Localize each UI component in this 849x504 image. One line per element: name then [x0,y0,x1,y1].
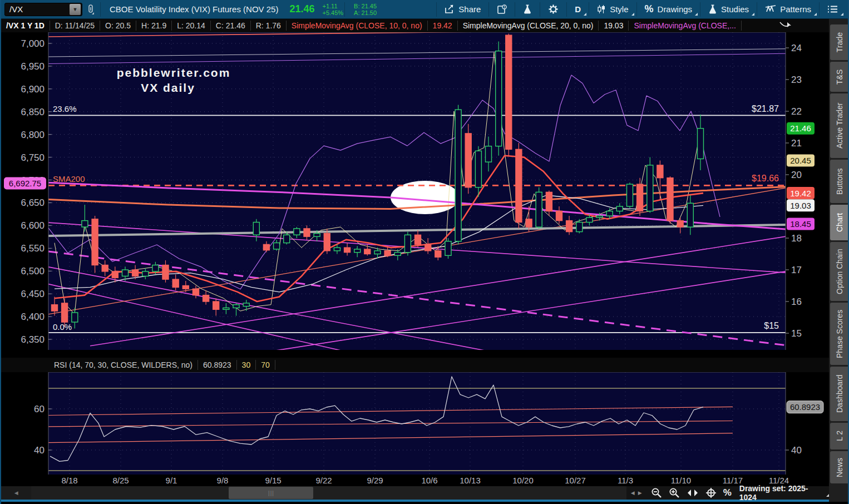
chart-column: /VX 1 Y 1DD: 11/14/25O: 20.5H: 21.9L: 20… [1,19,829,502]
symbol-text: /VX [5,4,70,14]
ohlc-field: SimpleMovingAvg (CLOSE, 10, 0, no) [287,21,428,31]
flask-icon [708,4,717,14]
zoom-in-icon[interactable] [669,487,680,498]
svg-text:17: 17 [791,265,802,275]
ohlc-field: D: 11/14/25 [50,21,100,31]
fit-width-icon[interactable] [687,488,699,497]
top-toolbar: /VX ▼ CBOE Volatility Index (VIX) Future… [1,0,848,19]
ohlc-field: L: 20.14 [172,21,211,31]
rsi-field: 70 [256,360,275,370]
rsi-field: RSI (14, 70, 30, CLOSE, WILDERS, no) [49,360,198,370]
sidebar-tab-l-2[interactable]: L 2 [830,423,849,449]
svg-text:0.0%: 0.0% [53,322,72,332]
date-tick-label: 10/6 [421,476,437,485]
candle [354,249,361,253]
sidebar-tab-active-trader[interactable]: Active Trader [830,93,849,158]
date-tick-label: 9/1 [166,476,177,485]
chart-menu-button[interactable] [821,1,845,18]
svg-text:40: 40 [34,445,45,456]
sidebar-tab-t-s[interactable]: T&S [830,62,849,92]
sidebar-tab-trade[interactable]: Trade [830,24,849,60]
chart-scrollbar-thumb[interactable]: ||| [229,487,313,499]
ask-value: A: 21.50 [354,9,377,16]
link-channel-button[interactable] [82,1,99,18]
candle [92,219,98,265]
candle [404,235,411,252]
sidebar-tab-option-chain[interactable]: Option Chain [830,242,849,301]
drawing-set-selector[interactable]: Drawing set: 2025-1024 [739,484,829,502]
svg-text:6,650: 6,650 [21,197,45,208]
candle [506,35,512,149]
svg-text:SMA200: SMA200 [53,174,85,184]
date-tick-label: 8/25 [112,476,129,485]
rsi-field: 60.8923 [198,360,237,370]
svg-text:23: 23 [791,75,802,85]
style-button[interactable]: Style [590,1,635,18]
scroll-step-arrows[interactable]: ◀▶ [626,490,646,496]
sidebar-tab-buttons[interactable]: Buttons [830,160,849,203]
svg-text:!: ! [504,5,505,9]
scroll-left-arrow[interactable]: ◀ [1,486,31,500]
candle-style-icon [597,4,606,14]
date-tick-label: 11/3 [618,476,633,485]
svg-text:21: 21 [791,138,802,149]
candle [112,271,118,278]
svg-text:18: 18 [791,233,802,244]
quick-study-button[interactable] [516,1,539,18]
svg-text:$21.87: $21.87 [752,104,779,113]
candle [526,219,532,227]
candle [294,229,300,235]
chart-describer-button[interactable]: ! [490,1,514,18]
crosshair-icon[interactable] [705,487,717,498]
candle [536,192,542,227]
scroll-step-right-icon[interactable]: ▶ [638,490,642,496]
patterns-button[interactable]: Patterns [758,1,818,18]
zoom-out-icon[interactable] [651,487,662,498]
share-button[interactable]: Share [438,1,487,18]
right-axis-price-bubble: 19.42 [787,187,815,199]
drawings-button[interactable]: % Drawings [638,1,699,18]
candle [698,129,704,159]
svg-text:22: 22 [791,106,802,117]
candle [627,184,633,206]
date-tick-label: 9/8 [217,476,229,485]
svg-text:6,450: 6,450 [21,289,45,299]
timeframe-button[interactable]: D [568,1,588,18]
rsi-chart-canvas[interactable]: 60404060.8923 [1,372,829,475]
candle [637,184,643,211]
date-tick-label: 8/18 [61,476,77,485]
svg-text:6,800: 6,800 [21,130,45,140]
percent-zoom-icon[interactable]: % [723,487,732,498]
studies-button[interactable]: Studies [702,1,756,18]
svg-text:6,750: 6,750 [21,152,45,163]
cursor-tool-icon[interactable] [779,20,793,31]
dropdown-caret-icon [841,13,843,16]
symbol-dropdown-icon[interactable]: ▼ [70,4,81,15]
svg-text:6,550: 6,550 [21,243,45,254]
percent-icon: % [645,3,654,15]
sidebar-tab-news[interactable]: News [830,451,849,483]
svg-text:6,350: 6,350 [21,334,45,345]
scroll-step-left-icon[interactable]: ◀ [631,490,635,496]
candle [616,206,623,211]
svg-text:20: 20 [791,170,802,180]
candle [374,251,381,254]
candle [213,302,219,309]
price-chart-canvas[interactable]: 7,0006,9506,9006,8506,8006,7506,7006,650… [1,32,829,350]
candle [425,244,431,250]
candle [667,178,673,221]
chart-settings-button[interactable] [541,1,565,18]
sidebar-tab-phase-scores[interactable]: Phase Scores [830,303,849,365]
candle [274,243,280,249]
candle [445,241,451,256]
ohlc-field: 19.03 [599,21,629,31]
change-block: +1.11 +5.45% [322,3,343,16]
symbol-input[interactable]: /VX ▼ [4,3,82,16]
chart-scrollbar-track[interactable]: ||| [31,486,626,500]
sidebar-tab-dashboard[interactable]: Dashboard [830,367,849,421]
candle [546,192,552,211]
sidebar-tab-chart[interactable]: Chart [830,205,849,240]
svg-text:23.6%: 23.6% [53,104,77,113]
right-gadget-sidebar: TradeT&SActive TraderButtonsChartOption … [829,19,849,502]
candle [152,265,159,271]
